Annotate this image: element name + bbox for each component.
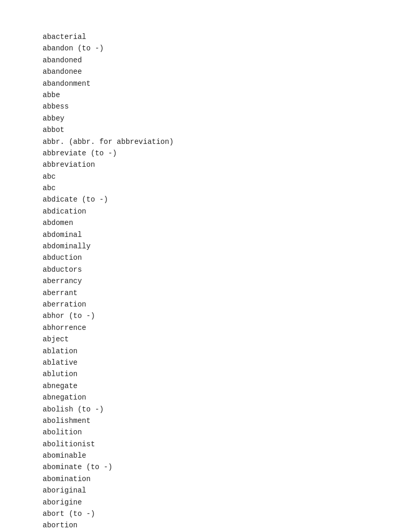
list-item: abductors <box>43 264 399 275</box>
list-item: abdominal <box>43 229 399 241</box>
list-item: aberrancy <box>43 275 399 287</box>
list-item: abort (to -) <box>43 508 399 520</box>
list-item: aborigine <box>43 497 399 508</box>
list-item: abandonee <box>43 66 399 77</box>
list-item: abominable <box>43 450 399 461</box>
list-item: abbot <box>43 124 399 136</box>
list-item: abdication <box>43 206 399 217</box>
list-item: abolition <box>43 427 399 438</box>
list-item: abolish (to -) <box>43 404 399 415</box>
list-item: abbey <box>43 113 399 124</box>
list-item: abdominally <box>43 241 399 252</box>
list-item: abnegate <box>43 380 399 392</box>
list-item: abominate (to -) <box>43 461 399 473</box>
list-item: abnegation <box>43 392 399 403</box>
list-item: abduction <box>43 252 399 263</box>
list-item: abbr. (abbr. for abbreviation) <box>43 136 399 148</box>
list-item: abc <box>43 171 399 182</box>
list-item: abomination <box>43 473 399 485</box>
list-item: aboriginal <box>43 485 399 496</box>
list-item: abortion <box>43 520 399 531</box>
list-item: abbreviation <box>43 159 399 170</box>
list-item: abbreviate (to -) <box>43 148 399 159</box>
list-item: aberration <box>43 299 399 310</box>
list-item: abandon (to -) <box>43 43 399 54</box>
list-item: abbess <box>43 101 399 112</box>
list-item: ablative <box>43 357 399 368</box>
list-item: abhorrence <box>43 322 399 334</box>
list-item: abbe <box>43 89 399 101</box>
list-item: abolitionist <box>43 438 399 450</box>
list-item: abolishment <box>43 415 399 427</box>
list-item: abc <box>43 182 399 194</box>
list-item: abdomen <box>43 217 399 229</box>
list-item: abandonment <box>43 78 399 89</box>
word-list: abacterialabandon (to -)abandonedabandon… <box>43 31 399 532</box>
list-item: ablution <box>43 368 399 380</box>
list-item: abject <box>43 334 399 345</box>
list-item: aberrant <box>43 287 399 299</box>
list-item: abhor (to -) <box>43 310 399 322</box>
list-item: abacterial <box>43 31 399 43</box>
list-item: ablation <box>43 345 399 357</box>
list-item: abdicate (to -) <box>43 194 399 205</box>
list-item: abandoned <box>43 55 399 66</box>
